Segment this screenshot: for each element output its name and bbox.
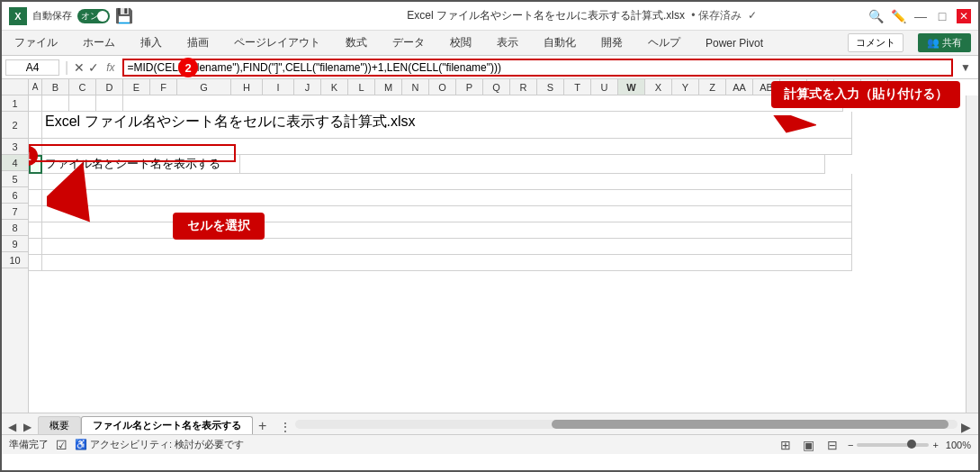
cell-B10-wide[interactable]: [42, 255, 852, 271]
cell-B7-wide[interactable]: [42, 206, 852, 222]
tab-data[interactable]: データ: [387, 32, 430, 54]
row-header-3[interactable]: 3: [2, 139, 28, 155]
scroll-right-icon[interactable]: ▶: [961, 420, 971, 434]
cell-A6[interactable]: [29, 190, 42, 206]
zoom-level[interactable]: 100%: [946, 440, 971, 450]
cell-E1-wide[interactable]: [123, 95, 843, 112]
save-icon[interactable]: 💾: [115, 7, 133, 24]
cell-B4[interactable]: ファイル名とシート名を表示する: [42, 155, 240, 174]
cell-B5-wide[interactable]: [42, 174, 852, 190]
cell-A1[interactable]: [29, 95, 42, 112]
col-header-W[interactable]: W: [618, 79, 645, 95]
zoom-minus-icon[interactable]: −: [848, 440, 853, 450]
tab-formulas[interactable]: 数式: [340, 32, 373, 54]
col-header-B[interactable]: B: [42, 79, 69, 95]
col-header-T[interactable]: T: [564, 79, 591, 95]
col-header-A[interactable]: A: [29, 79, 42, 95]
col-header-E[interactable]: E: [123, 79, 150, 95]
search-icon[interactable]: 🔍: [868, 9, 884, 23]
row-header-10[interactable]: 10: [2, 252, 28, 268]
cell-reference-box[interactable]: A4: [5, 59, 59, 76]
zoom-track[interactable]: [857, 443, 929, 447]
col-header-S[interactable]: S: [537, 79, 564, 95]
minimize-button[interactable]: —: [913, 9, 928, 23]
formula-input[interactable]: =MID(CELL("filename"),FIND("]",CELL("fil…: [122, 59, 954, 77]
tab-file[interactable]: ファイル: [9, 32, 63, 54]
cell-A2[interactable]: [29, 112, 42, 139]
cell-B3-wide[interactable]: [42, 139, 852, 155]
col-header-F[interactable]: F: [150, 79, 177, 95]
tab-developer[interactable]: 開発: [596, 32, 628, 54]
cell-C1[interactable]: [69, 95, 96, 112]
tab-help[interactable]: ヘルプ: [643, 32, 686, 54]
cell-B1[interactable]: [42, 95, 69, 112]
col-header-U[interactable]: U: [591, 79, 618, 95]
cell-B8-wide[interactable]: [42, 222, 852, 239]
cancel-formula-icon[interactable]: ✕: [74, 60, 85, 75]
col-header-N[interactable]: N: [402, 79, 429, 95]
col-header-K[interactable]: K: [321, 79, 348, 95]
row-header-8[interactable]: 8: [2, 220, 28, 236]
cell-B2[interactable]: Excel ファイル名やシート名をセルに表示する計算式.xlsx: [42, 112, 852, 139]
cell-wide-4[interactable]: [240, 155, 825, 174]
row-header-5[interactable]: 5: [2, 171, 28, 187]
col-header-H[interactable]: H: [231, 79, 263, 95]
tab-power-pivot[interactable]: Power Pivot: [700, 33, 769, 53]
edit-icon[interactable]: ✏️: [891, 9, 906, 23]
col-header-I[interactable]: I: [263, 79, 294, 95]
col-header-Z[interactable]: Z: [699, 79, 726, 95]
cell-B9-wide[interactable]: [42, 239, 852, 255]
cell-B6-wide[interactable]: [42, 190, 852, 206]
tab-automate[interactable]: 自動化: [538, 32, 581, 54]
tab-page-layout[interactable]: ページレイアウト: [229, 32, 326, 54]
tab-review[interactable]: 校閲: [445, 32, 477, 54]
row-header-4[interactable]: 4: [2, 155, 28, 171]
row-header-1[interactable]: 1: [2, 95, 28, 112]
cell-A8[interactable]: [29, 222, 42, 239]
zoom-plus-icon[interactable]: +: [932, 440, 938, 450]
vertical-scrollbar[interactable]: [966, 95, 978, 413]
col-header-L[interactable]: L: [348, 79, 375, 95]
sheet-tab-overview[interactable]: 概要: [38, 416, 81, 434]
cell-A9[interactable]: [29, 239, 42, 255]
row-header-7[interactable]: 7: [2, 204, 28, 220]
tab-view[interactable]: 表示: [491, 32, 524, 54]
row-header-6[interactable]: 6: [2, 187, 28, 204]
col-header-J[interactable]: J: [294, 79, 321, 95]
confirm-formula-icon[interactable]: ✓: [88, 60, 99, 75]
zoom-slider[interactable]: − +: [848, 440, 939, 450]
cell-A10[interactable]: [29, 255, 42, 271]
comment-button[interactable]: コメント: [848, 33, 904, 52]
page-layout-button[interactable]: ▣: [801, 437, 817, 453]
row-header-9[interactable]: 9: [2, 236, 28, 252]
col-header-C[interactable]: C: [69, 79, 96, 95]
formula-expand-icon[interactable]: ▼: [957, 61, 975, 74]
add-sheet-button[interactable]: +: [253, 418, 272, 434]
accessibility-status[interactable]: ♿ アクセシビリティ: 検討が必要です: [75, 438, 244, 451]
col-header-X[interactable]: X: [645, 79, 672, 95]
col-header-M[interactable]: M: [375, 79, 402, 95]
normal-view-button[interactable]: ⊞: [778, 437, 794, 453]
tab-insert[interactable]: 挿入: [135, 32, 167, 54]
sheet-options-icon[interactable]: ⋮: [279, 420, 292, 434]
page-break-button[interactable]: ⊟: [824, 437, 841, 453]
cell-D1[interactable]: [96, 95, 123, 112]
tab-prev-button[interactable]: ◀: [5, 420, 19, 434]
col-header-Y[interactable]: Y: [672, 79, 699, 95]
sheet-scrollbar[interactable]: [295, 420, 958, 429]
col-header-AA[interactable]: AA: [726, 79, 753, 95]
col-header-R[interactable]: R: [510, 79, 537, 95]
col-header-G[interactable]: G: [177, 79, 231, 95]
col-header-Q[interactable]: Q: [483, 79, 510, 95]
tab-home[interactable]: ホーム: [77, 32, 121, 54]
close-button[interactable]: ✕: [957, 9, 971, 23]
share-button[interactable]: 👥 共有: [918, 33, 971, 52]
col-header-O[interactable]: O: [429, 79, 456, 95]
sheet-tab-active[interactable]: ファイル名とシート名を表示する: [81, 416, 253, 434]
autosave-toggle[interactable]: オン: [77, 9, 110, 23]
tab-next-button[interactable]: ▶: [21, 420, 34, 434]
maximize-button[interactable]: □: [935, 9, 949, 23]
col-header-D[interactable]: D: [96, 79, 123, 95]
row-header-2[interactable]: 2: [2, 112, 28, 139]
col-header-P[interactable]: P: [456, 79, 483, 95]
